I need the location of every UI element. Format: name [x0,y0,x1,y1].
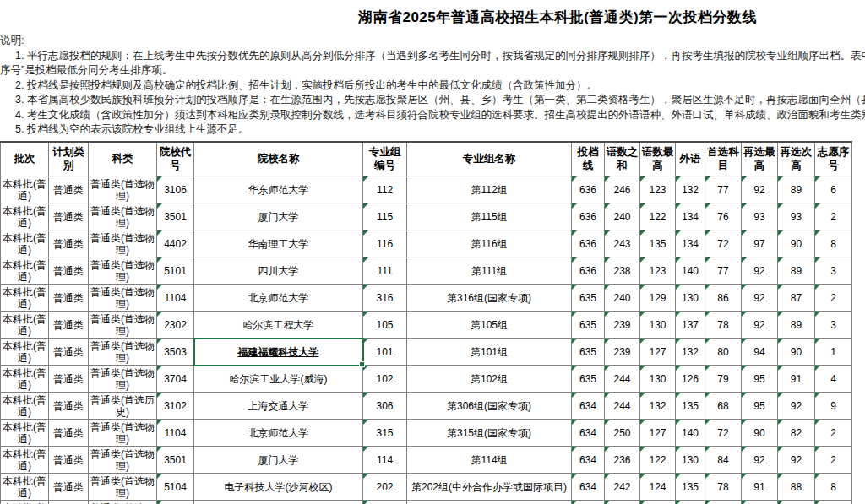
cell[interactable] [407,501,572,504]
cell[interactable]: 华南理工大学 [194,230,363,257]
cell[interactable]: 1104 [157,420,194,447]
cell[interactable]: 246 [605,176,640,203]
cell[interactable]: 239 [605,312,640,339]
column-header[interactable]: 专业组编号 [363,142,407,176]
cell[interactable]: 普通类 [49,285,89,312]
cell[interactable]: 132 [640,393,676,420]
cell[interactable]: 250 [605,420,640,447]
cell[interactable]: 90 [778,230,815,257]
cell[interactable]: 129 [640,285,676,312]
cell[interactable]: 哈尔滨工程大学 [194,312,363,339]
cell[interactable]: 本科批(普通) [1,312,49,339]
cell[interactable]: 78 [705,312,742,339]
cell[interactable]: 123 [640,257,676,285]
cell[interactable] [49,501,89,504]
cell[interactable]: 636 [572,203,605,230]
cell[interactable]: 厦门大学 [194,447,363,474]
column-header[interactable]: 科类 [89,142,157,176]
cell[interactable]: 105 [363,312,407,339]
cell[interactable]: 北京师范大学 [194,420,363,447]
cell[interactable]: 92 [742,257,778,285]
cell[interactable]: 306 [363,393,407,420]
cell[interactable]: 79 [705,366,742,393]
cell[interactable]: 第102组 [407,366,572,393]
cell[interactable]: 93 [742,203,778,230]
cell[interactable]: 316 [363,285,407,312]
cell[interactable]: 第202组(中外合作办学或国际项目) [407,474,572,501]
cell[interactable]: 2 [815,203,852,230]
cell[interactable]: 93 [778,203,815,230]
cell[interactable]: 130 [640,366,676,393]
cell[interactable]: 8 [815,474,852,501]
cell[interactable]: 634 [572,474,605,501]
cell[interactable]: 112 [363,176,407,203]
cell[interactable]: 电子科技大学(沙河校区) [194,474,363,501]
cell[interactable] [742,501,778,504]
cell[interactable]: 第306组(国家专项) [407,393,572,420]
column-header[interactable]: 语数之和 [605,142,640,176]
cell[interactable]: 普通类 [49,474,89,501]
cell[interactable]: 北京师范大学 [194,285,363,312]
cell[interactable]: 普通类(首选物理) [89,257,157,285]
cell[interactable] [605,501,640,504]
cell[interactable]: 90 [742,420,778,447]
cell[interactable]: 普通类 [49,366,89,393]
cell[interactable]: 97 [742,230,778,257]
cell[interactable]: 3704 [157,366,194,393]
cell[interactable]: 242 [605,474,640,501]
cell[interactable]: 华东师范大学 [194,176,363,203]
cell[interactable]: 87 [778,285,815,312]
column-header[interactable]: 院校名称 [194,142,363,176]
cell[interactable]: 6 [815,176,852,203]
cell[interactable]: 普通类 [49,230,89,257]
cell[interactable]: 2 [815,285,852,312]
cell[interactable]: 132 [676,176,705,203]
cell[interactable] [194,501,363,504]
cell[interactable]: 135 [676,393,705,420]
cell[interactable]: 普通类 [49,312,89,339]
cell[interactable]: 636 [572,230,605,257]
cell[interactable]: 本科批(普通) [1,366,49,393]
column-header[interactable]: 语数最高 [640,142,676,176]
cell[interactable]: 92 [742,447,778,474]
cell[interactable]: 普通类(首选物理) [89,501,157,504]
cell[interactable]: 第105组 [407,312,572,339]
cell[interactable]: 84 [705,447,742,474]
cell[interactable]: 635 [572,366,605,393]
column-header[interactable]: 外语 [676,142,705,176]
cell[interactable]: 134 [676,203,705,230]
cell[interactable]: 91 [778,366,815,393]
cell[interactable]: 本科批(普通) [1,474,49,501]
column-header[interactable]: 再选最高 [742,142,778,176]
cell[interactable]: 2 [815,447,852,474]
cell[interactable]: 134 [676,230,705,257]
cell[interactable]: 本科批(普通) [1,339,49,366]
cell[interactable] [778,501,815,504]
cell[interactable]: 本科批(普通) [1,420,49,447]
cell[interactable]: 5101 [157,257,194,285]
cell[interactable]: 哈尔滨工业大学(威海) [194,366,363,393]
cell[interactable]: 636 [572,176,605,203]
selected-cell[interactable]: 福建福耀科技大学 [194,339,363,366]
cell[interactable]: 2 [815,420,852,447]
cell[interactable] [815,501,852,504]
cell[interactable]: 普通类(首选历史) [89,393,157,420]
cell[interactable]: 1 [815,339,852,366]
cell[interactable]: 普通类 [49,257,89,285]
cell[interactable]: 78 [705,474,742,501]
column-header[interactable]: 批次 [1,142,49,176]
cell[interactable]: 94 [742,339,778,366]
cell[interactable]: 634 [572,447,605,474]
cell[interactable]: 127 [640,339,676,366]
cell[interactable]: 126 [676,366,705,393]
cell[interactable]: 72 [705,230,742,257]
cell[interactable] [157,501,194,504]
cell[interactable]: 89 [778,176,815,203]
cell[interactable]: 634 [572,420,605,447]
cell[interactable]: 本科批(普通) [1,285,49,312]
cell[interactable]: 135 [676,474,705,501]
cell[interactable]: 244 [605,393,640,420]
cell[interactable]: 上海交通大学 [194,393,363,420]
cell[interactable]: 95 [742,393,778,420]
cell[interactable]: 3 [815,312,852,339]
